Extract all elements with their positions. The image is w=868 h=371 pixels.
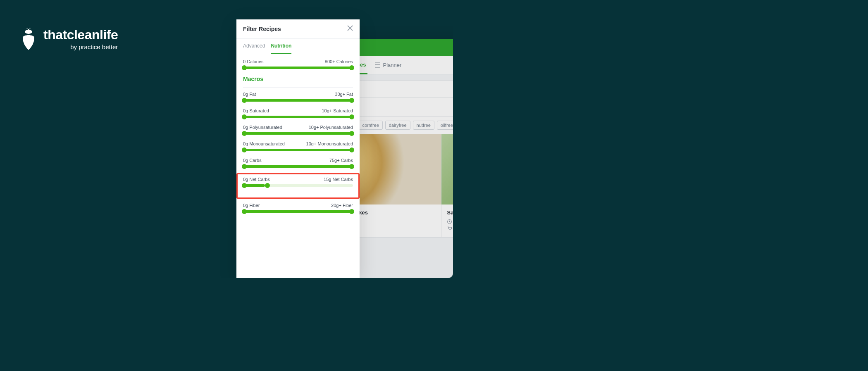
slider-max-label: 800+ Calories — [325, 59, 353, 64]
slider-handle[interactable] — [349, 164, 354, 169]
slider-min-label: 0g Saturated — [243, 108, 269, 113]
slider-min-label: 0g Fat — [243, 92, 256, 97]
divider — [243, 87, 353, 88]
slider-min-label: 0g Carbs — [243, 158, 262, 163]
tab-nutrition[interactable]: Nutrition — [271, 43, 291, 54]
slider-row[interactable]: 0g Polyunsaturated10g+ Polyunsaturated — [243, 125, 353, 135]
slider-handle[interactable] — [242, 183, 247, 188]
svg-rect-5 — [375, 63, 380, 67]
slider-handle[interactable] — [242, 147, 247, 152]
slider-handle[interactable] — [349, 147, 354, 152]
slider-handle[interactable] — [242, 164, 247, 169]
tag-cornfree[interactable]: cornfree — [358, 121, 382, 130]
slider-handle[interactable] — [242, 65, 247, 70]
slider-handle[interactable] — [242, 114, 247, 119]
slider-row[interactable]: 0g Fiber20g+ Fiber — [243, 203, 353, 213]
slider-min-label: 0 Calories — [243, 59, 264, 64]
slider-row[interactable]: 0g Net Carbs15g Net Carbs — [243, 177, 353, 187]
slider-min-label: 0g Fiber — [243, 203, 260, 208]
recipe-title: Salad & Tuna Lettuce Wraps — [447, 209, 453, 216]
slider-row[interactable]: 0g Carbs75g+ Carbs — [243, 158, 353, 168]
tag-dairyfree[interactable]: dairyfree — [385, 121, 410, 130]
brand-name-post: life — [100, 27, 118, 42]
slider-row[interactable]: 0g Monounsaturated10g+ Monounsaturated — [243, 141, 353, 151]
modal-title: Filter Recipes — [243, 26, 281, 32]
recipe-image — [441, 134, 453, 205]
slider-handle[interactable] — [349, 209, 354, 214]
slider-max-label: 10g+ Saturated — [322, 108, 353, 113]
macros-heading: Macros — [243, 76, 353, 82]
radish-icon — [19, 27, 38, 51]
slider-max-label: 10g+ Monounsaturated — [306, 141, 353, 146]
cart-icon — [447, 226, 452, 231]
brand-logo: thatcleanlife by practice better — [19, 27, 118, 51]
slider-max-label: 15g Net Carbs — [324, 177, 353, 182]
clock-icon — [447, 219, 452, 224]
nav-planner[interactable]: Planner — [373, 56, 403, 74]
slider-handle[interactable] — [242, 98, 247, 103]
slider-row[interactable]: 0g Saturated10g+ Saturated — [243, 108, 353, 118]
tag-nutfree[interactable]: nutfree — [413, 121, 434, 130]
slider-min-label: 0g Net Carbs — [243, 177, 270, 182]
nav-planner-label: Planner — [383, 62, 401, 68]
close-icon[interactable] — [347, 25, 353, 33]
slider-handle[interactable] — [265, 183, 270, 188]
slider-handle[interactable] — [349, 131, 354, 136]
brand-name-mid: clean — [67, 27, 100, 42]
slider-handle[interactable] — [349, 65, 354, 70]
slider-max-label: 75g+ Carbs — [329, 158, 353, 163]
slider-handle[interactable] — [349, 98, 354, 103]
slider-min-label: 0g Polyunsaturated — [243, 125, 282, 130]
brand-byline: by practice better — [43, 43, 118, 50]
slider-calories[interactable]: 0 Calories 800+ Calories — [243, 59, 353, 69]
slider-min-label: 0g Monounsaturated — [243, 141, 285, 146]
brand-name-pre: that — [43, 27, 67, 42]
slider-handle[interactable] — [242, 209, 247, 214]
planner-icon — [375, 62, 380, 68]
tab-advanced[interactable]: Advanced — [243, 43, 265, 54]
slider-max-label: 20g+ Fiber — [331, 203, 353, 208]
tag-oilfree[interactable]: oilfree — [437, 121, 453, 130]
slider-handle[interactable] — [349, 114, 354, 119]
slider-max-label: 30g+ Fat — [335, 92, 353, 97]
filter-modal: Filter Recipes Advanced Nutrition 0 Calo… — [236, 19, 360, 278]
svg-point-0 — [25, 30, 32, 34]
slider-max-label: 10g+ Polyunsaturated — [309, 125, 353, 130]
recipe-card[interactable]: Salad & Tuna Lettuce Wraps 0 minutes ing… — [441, 134, 453, 237]
slider-handle[interactable] — [242, 131, 247, 136]
slider-row[interactable]: 0g Fat30g+ Fat — [243, 92, 353, 102]
